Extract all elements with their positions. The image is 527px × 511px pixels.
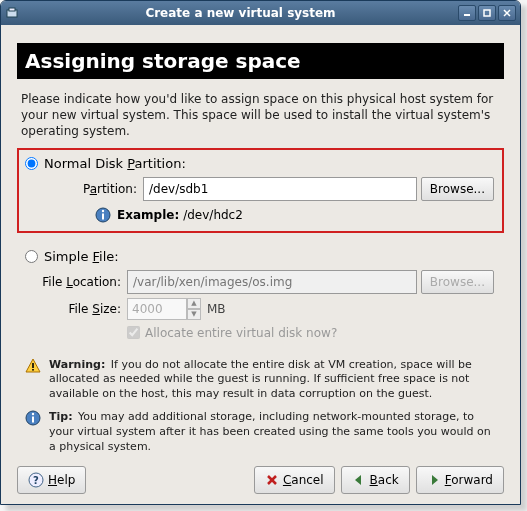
- window-title: Create a new virtual system: [25, 6, 456, 20]
- allocate-row: Allocate entire virtual disk now?: [127, 326, 494, 340]
- close-button[interactable]: [498, 5, 516, 21]
- warning-icon: [25, 358, 43, 376]
- help-button[interactable]: ? Help: [17, 466, 86, 494]
- forward-button[interactable]: Forward: [416, 466, 504, 494]
- file-size-stepper: ▲ ▼: [187, 298, 201, 320]
- allocate-checkbox: [127, 326, 140, 339]
- partition-radio-label: Normal Disk Partition:: [44, 156, 186, 171]
- svg-point-14: [32, 413, 34, 415]
- info-icon: [25, 410, 43, 428]
- svg-point-8: [102, 209, 104, 211]
- file-location-label: File Location:: [29, 275, 127, 289]
- minimize-button[interactable]: [458, 5, 476, 21]
- cancel-button[interactable]: Cancel: [254, 466, 335, 494]
- svg-rect-7: [102, 213, 104, 219]
- file-radio-label: Simple File:: [44, 249, 119, 264]
- partition-input[interactable]: [143, 177, 417, 201]
- intro-text: Please indicate how you'd like to assign…: [21, 91, 500, 140]
- svg-rect-11: [32, 369, 34, 371]
- file-size-input: [127, 298, 187, 320]
- partition-browse-button[interactable]: Browse...: [421, 177, 494, 201]
- tip-note: Tip: You may add additional storage, inc…: [25, 410, 500, 455]
- file-radio-row[interactable]: Simple File:: [25, 249, 494, 264]
- app-icon: [5, 6, 19, 20]
- info-icon: [95, 207, 111, 223]
- stepper-down: ▼: [187, 309, 201, 320]
- back-button[interactable]: Back: [341, 466, 410, 494]
- partition-example: Example: /dev/hdc2: [95, 207, 494, 223]
- file-size-label: File Size:: [29, 302, 127, 316]
- svg-rect-13: [32, 417, 34, 423]
- partition-radio[interactable]: [25, 157, 38, 170]
- svg-rect-10: [32, 363, 34, 368]
- file-size-unit: MB: [207, 302, 226, 316]
- page-heading: Assigning storage space: [17, 43, 504, 79]
- allocate-label: Allocate entire virtual disk now?: [145, 326, 337, 340]
- file-browse-button: Browse...: [421, 270, 494, 294]
- svg-text:?: ?: [33, 475, 39, 486]
- partition-option-block: Normal Disk Partition: Partition: Browse…: [17, 148, 504, 233]
- partition-radio-row[interactable]: Normal Disk Partition:: [25, 156, 494, 171]
- maximize-button[interactable]: [478, 5, 496, 21]
- partition-field-label: Partition:: [45, 182, 143, 196]
- warning-note: Warning: If you do not allocate the enti…: [25, 358, 500, 403]
- stepper-up: ▲: [187, 298, 201, 309]
- file-location-input: [127, 270, 417, 294]
- file-radio[interactable]: [25, 250, 38, 263]
- svg-marker-19: [355, 475, 361, 485]
- svg-rect-1: [9, 8, 15, 11]
- svg-marker-20: [432, 475, 438, 485]
- svg-rect-3: [484, 10, 490, 16]
- footer: ? Help Cancel Back Forward: [17, 458, 504, 494]
- titlebar: Create a new virtual system: [1, 1, 520, 25]
- file-option-block: Simple File: File Location: Browse... Fi…: [17, 241, 504, 342]
